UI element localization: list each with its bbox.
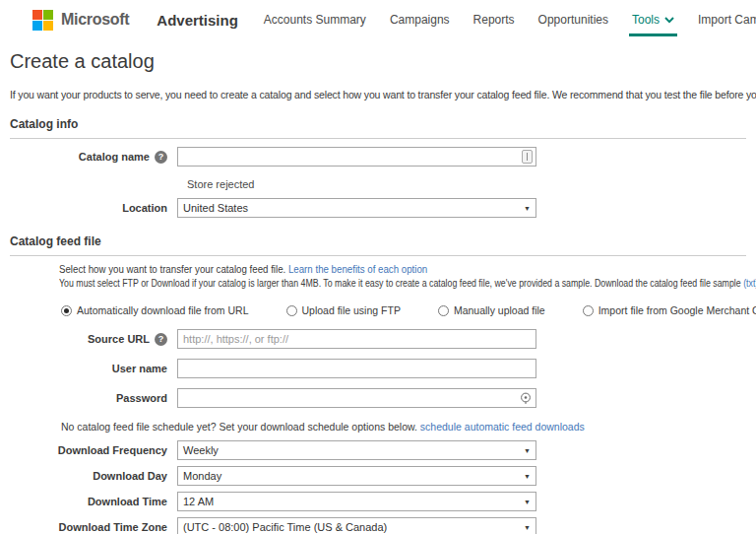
radio-icon — [286, 305, 297, 316]
download-time-label: Download Time — [10, 496, 177, 507]
feed-instruction-line1: Select how you want to transfer your cat… — [59, 264, 725, 275]
dropdown-arrow-icon: ▼ — [524, 499, 531, 505]
product-name: Advertising — [157, 12, 238, 29]
radio-auto-download-url[interactable]: Automatically download file from URL — [61, 304, 249, 316]
top-nav-bar: Microsoft Advertising Accounts Summary C… — [0, 0, 756, 39]
nav-tools[interactable]: Tools — [632, 13, 674, 27]
download-day-row: Download Day Monday ▼ — [10, 466, 746, 486]
help-icon[interactable]: ? — [155, 333, 167, 346]
nav-campaigns[interactable]: Campaigns — [390, 13, 450, 27]
radio-icon — [438, 305, 449, 316]
nav-reports[interactable]: Reports — [473, 13, 515, 27]
logo-square-blue — [32, 21, 42, 31]
nav-import-campaigns[interactable]: Import Campaigns — [698, 13, 756, 27]
chevron-down-icon — [664, 17, 674, 24]
password-input[interactable] — [177, 388, 536, 408]
radio-upload-ftp[interactable]: Upload file using FTP — [286, 304, 401, 316]
microsoft-logo-icon[interactable] — [32, 10, 53, 31]
learn-benefits-link[interactable]: Learn the benefits of each option — [288, 264, 427, 275]
nav-accounts-summary[interactable]: Accounts Summary — [264, 13, 366, 27]
catalog-name-status: Store rejected — [187, 178, 746, 190]
user-name-input[interactable] — [177, 359, 536, 378]
feed-instruction-line2: You must select FTP or Download if your … — [59, 278, 663, 289]
download-time-zone-label: Download Time Zone — [10, 521, 177, 533]
logo-square-red — [32, 10, 42, 20]
dropdown-arrow-icon: ▼ — [524, 205, 531, 212]
download-frequency-select[interactable]: Weekly ▼ — [177, 440, 536, 460]
radio-manual-upload[interactable]: Manually upload file — [438, 304, 545, 316]
user-name-row: User name — [10, 359, 746, 378]
password-label: Password — [10, 392, 177, 404]
password-row: Password — [10, 388, 746, 408]
source-url-row: Source URL ? — [10, 329, 746, 349]
logo-square-yellow — [43, 21, 53, 31]
nav-opportunities[interactable]: Opportunities — [538, 13, 608, 27]
radio-icon — [61, 305, 72, 316]
dropdown-arrow-icon: ▼ — [524, 473, 531, 480]
download-day-label: Download Day — [10, 470, 177, 482]
source-url-label: Source URL ? — [10, 333, 177, 346]
download-time-select[interactable]: 12 AM ▼ — [177, 492, 536, 511]
logo-square-green — [43, 10, 53, 20]
dropdown-arrow-icon: ▼ — [524, 447, 531, 454]
catalog-name-row: Catalog name ? — [10, 147, 746, 167]
source-url-input[interactable] — [177, 329, 536, 349]
download-frequency-row: Download Frequency Weekly ▼ — [10, 440, 746, 460]
download-day-select[interactable]: Monday ▼ — [177, 466, 536, 486]
microsoft-wordmark: Microsoft — [61, 11, 129, 29]
dropdown-arrow-icon: ▼ — [524, 524, 531, 531]
catalog-name-input[interactable] — [177, 147, 536, 167]
section-catalog-feed-file: Catalog feed file — [10, 234, 746, 256]
input-addon-icon[interactable] — [522, 150, 533, 164]
main-nav: Accounts Summary Campaigns Reports Oppor… — [264, 13, 756, 27]
schedule-downloads-link[interactable]: schedule automatic feed downloads — [420, 421, 585, 433]
sample-txt-link[interactable]: (txt) — [743, 278, 756, 289]
radio-icon — [583, 305, 594, 316]
transfer-options: Automatically download file from URL Upl… — [61, 304, 746, 316]
section-catalog-info: Catalog info — [10, 117, 746, 139]
page-content: Create a catalog If you want your produc… — [0, 50, 756, 534]
schedule-note: No catalog feed file schedule yet? Set y… — [61, 421, 746, 433]
feed-instructions: Select how you want to transfer your cat… — [59, 264, 746, 289]
page-title: Create a catalog — [10, 50, 746, 73]
download-frequency-label: Download Frequency — [10, 444, 177, 456]
password-reveal-icon[interactable] — [520, 392, 532, 405]
radio-import-google-merchant[interactable]: Import file from Google Merchant Center … — [583, 304, 756, 316]
download-time-zone-select[interactable]: (UTC - 08:00) Pacific Time (US & Canada)… — [177, 517, 536, 534]
download-time-zone-row: Download Time Zone (UTC - 08:00) Pacific… — [10, 517, 746, 534]
location-row: Location United States ▼ — [10, 198, 746, 218]
user-name-label: User name — [10, 363, 177, 374]
download-time-row: Download Time 12 AM ▼ — [10, 492, 746, 511]
location-label: Location — [10, 202, 177, 214]
catalog-name-label: Catalog name ? — [10, 151, 177, 164]
help-icon[interactable]: ? — [155, 151, 167, 164]
page-intro: If you want your products to serve, you … — [10, 89, 746, 100]
location-select[interactable]: United States ▼ — [177, 198, 536, 218]
